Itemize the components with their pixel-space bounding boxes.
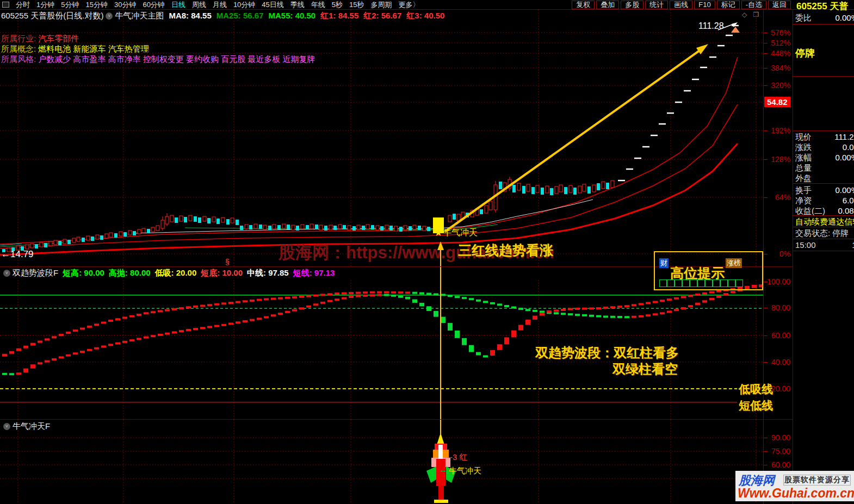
indicator-name: 牛气冲天F (13, 421, 50, 432)
quote-value: 0.00 (843, 142, 854, 152)
chart-corner-icons[interactable]: ◇ ❐ (742, 11, 761, 18)
axis-tick (764, 451, 768, 452)
signal-square (690, 279, 697, 287)
collapse-icon[interactable]: ˅ (3, 270, 10, 277)
tool-buttons: 复权叠加多股统计画线F10标记-自选返回 (570, 1, 791, 9)
signal-square (682, 279, 690, 287)
period-tab[interactable]: 30分钟 (111, 1, 139, 9)
attribute-value: 汽车零部件 (38, 34, 79, 43)
ma-value: MA8: 84.55 (169, 11, 211, 20)
high-position-alert-box[interactable]: 财 涨榜 高位提示 (654, 251, 763, 290)
ma-values: MA8: 84.55MA25: 56.67MA55: 40.50红1: 84.5… (164, 11, 444, 21)
rocket-count-label: --3 红 (447, 452, 468, 463)
renewal-notice[interactable]: 自动续费通达信软 (795, 217, 854, 227)
indicator-params: 短高: 90.00高抛: 80.00低吸: 20.00短底: 10.00中线: … (58, 268, 335, 278)
quote-divider (793, 183, 854, 184)
ma-value: MA55: 40.50 (268, 11, 315, 20)
quote-label: 换手 (795, 185, 812, 196)
signal-square (697, 279, 705, 287)
period-tab[interactable]: 5秒 (329, 1, 346, 9)
left-price-marker: ←14.79 (1, 249, 34, 260)
suspension-status: 停牌 (795, 47, 815, 60)
tool-button[interactable]: 统计 (645, 1, 668, 9)
chart-title-bar: 605255 天普股份(日线.对数) ˅ 牛气冲天主图 MA8: 84.55MA… (1, 10, 444, 21)
attribute-value: 户数减少 高市盈率 高市净率 控制权变更 要约收购 百元股 最近多板 近期复牌 (38, 54, 315, 64)
quote-label: 涨幅 (795, 153, 812, 163)
ma-value: 红3: 40.50 (406, 11, 444, 20)
signal-square (720, 279, 728, 287)
tool-button[interactable]: 叠加 (596, 1, 619, 9)
stock-title: 605255 天普股份(日线.对数) (1, 11, 103, 21)
param-value: 短线: 97.13 (293, 268, 335, 277)
quote-time: 15:00 (795, 240, 816, 250)
ma-value: 红2: 56.67 (363, 11, 401, 20)
stock-attribute-line: 所属风格: 户数减少 高市盈率 高市净率 控制权变更 要约收购 百元股 最近多板… (1, 54, 315, 64)
quote-value: 111.28 (834, 132, 854, 141)
ma-value: 红1: 84.55 (320, 11, 358, 20)
quote-label: 外盘 (795, 173, 812, 184)
period-tab[interactable]: 日线 (168, 1, 189, 9)
attribute-label: 所属行业: (1, 34, 38, 43)
signal-square (705, 279, 713, 287)
finance-badge[interactable]: 财 (659, 258, 669, 268)
low-absorb-line-label: 低吸线 (739, 382, 773, 397)
signal-square (713, 279, 720, 287)
param-value: 低吸: 20.00 (155, 268, 197, 277)
quote-label: 委比 (795, 13, 812, 23)
quote-value: 0.00% (835, 185, 854, 195)
collapse-icon[interactable]: ˅ (3, 423, 10, 430)
tool-button[interactable]: 多股 (621, 1, 643, 9)
dual-trend-header: ˅ 双趋势波段F 短高: 90.00高抛: 80.00低吸: 20.00短底: … (1, 268, 335, 278)
quote-divider (793, 251, 854, 251)
quote-label: 涨跌 (795, 142, 812, 153)
rocket-header: ˅ 牛气冲天F (1, 421, 50, 432)
quote-divider (793, 130, 854, 131)
wave-hint-line2: 双绿柱看空 (612, 360, 678, 378)
period-tab[interactable]: 1分钟 (33, 1, 58, 9)
brand-watermark: 股海网 股票软件资源分享 Www.Guhai.com.cn (735, 471, 854, 501)
section-mark: § (225, 258, 230, 266)
rank-badge[interactable]: 涨榜 (726, 258, 742, 268)
tool-button[interactable]: -自选 (741, 1, 766, 9)
tool-button[interactable]: 返回 (768, 1, 791, 9)
quote-value: 0.00% (835, 153, 854, 162)
period-tab[interactable]: 10分钟 (230, 1, 258, 9)
window-icon[interactable] (2, 2, 9, 8)
collapse-icon[interactable]: ˅ (106, 13, 113, 20)
attribute-value: 燃料电池 新能源车 汽车热管理 (38, 44, 148, 53)
tool-button[interactable]: 复权 (572, 1, 595, 9)
period-tab[interactable]: 多周期 (368, 1, 395, 9)
signal-square (728, 279, 735, 287)
tool-button[interactable]: 画线 (670, 1, 692, 9)
param-value: 中线: 97.85 (247, 268, 289, 277)
period-tab[interactable]: 季线 (287, 1, 308, 9)
quote-divider (793, 239, 854, 239)
period-tab[interactable]: 年线 (308, 1, 329, 9)
period-tab[interactable]: 15分钟 (82, 1, 110, 9)
panel-divider[interactable] (0, 419, 793, 420)
rocket-name-label: ---牛气冲天 (441, 466, 481, 476)
period-tab[interactable]: 更多〉 (395, 1, 423, 9)
signal-square (674, 279, 682, 287)
period-tab[interactable]: 60分钟 (139, 1, 168, 9)
period-tab[interactable]: 15秒 (346, 1, 367, 9)
quote-divider (793, 24, 854, 24)
quote-value: 0.086 (838, 206, 854, 215)
period-tab[interactable]: 分时 (13, 1, 33, 9)
bot-y-axis: 90.0075.0060.00 (763, 0, 793, 504)
period-tab[interactable]: 5分钟 (58, 1, 82, 9)
signal-square (659, 279, 667, 287)
signal-label: ★牛气冲天 (434, 227, 478, 239)
high-price-label: 111.28 (698, 21, 724, 31)
period-tab[interactable]: 周线 (189, 1, 209, 9)
tool-button[interactable]: 标记 (717, 1, 740, 9)
quote-divider (793, 215, 854, 216)
signal-square (667, 279, 674, 287)
period-tab[interactable]: 月线 (209, 1, 230, 9)
quote-value: 0.00% (835, 13, 854, 22)
wave-hint-line1: 双趋势波段：双红柱看多 (535, 344, 679, 362)
quote-label: 总量 (795, 163, 812, 173)
period-tab[interactable]: 45日线 (258, 1, 287, 9)
tool-button[interactable]: F10 (694, 1, 715, 9)
axis-tick (764, 465, 768, 465)
